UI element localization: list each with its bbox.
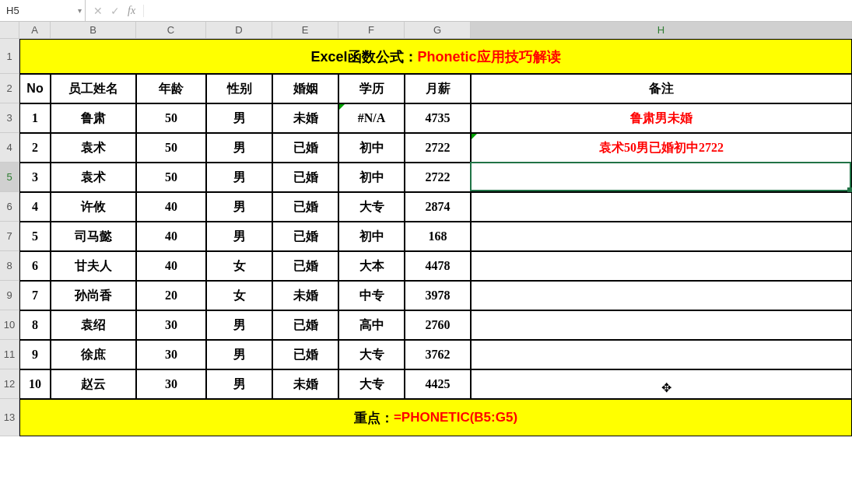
data-cell[interactable]: 初中 — [338, 222, 405, 251]
data-cell[interactable]: 已婚 — [272, 192, 338, 222]
row-header-6[interactable]: 6 — [0, 192, 19, 222]
data-cell[interactable]: 男 — [206, 369, 272, 399]
title-cell[interactable]: Excel函数公式：Phonetic应用技巧解读 — [19, 39, 852, 74]
data-cell[interactable]: 已婚 — [272, 340, 338, 369]
column-header-H[interactable]: H — [471, 22, 852, 38]
data-cell[interactable]: 男 — [206, 103, 272, 133]
data-cell[interactable]: 2874 — [405, 192, 471, 222]
data-cell[interactable]: 6 — [19, 251, 51, 281]
data-cell[interactable]: 4478 — [405, 251, 471, 281]
data-cell[interactable]: 袁绍 — [51, 310, 136, 340]
select-all-corner[interactable] — [0, 22, 19, 39]
footer-cell[interactable]: 重点：=PHONETIC(B5:G5) — [19, 399, 852, 436]
data-cell[interactable]: 鲁肃 — [51, 103, 136, 133]
data-cell[interactable]: 初中 — [338, 133, 405, 163]
row-header-8[interactable]: 8 — [0, 251, 19, 281]
data-cell[interactable]: 赵云 — [51, 369, 136, 399]
header-cell[interactable]: 性别 — [206, 74, 272, 103]
data-cell[interactable]: 司马懿 — [51, 222, 136, 251]
data-cell[interactable]: 4425 — [405, 369, 471, 399]
data-cell[interactable]: 徐庶 — [51, 340, 136, 369]
data-cell[interactable]: 鲁肃男未婚 — [471, 103, 852, 133]
name-box-dropdown-icon[interactable]: ▾ — [78, 6, 82, 15]
data-cell[interactable]: 4735 — [405, 103, 471, 133]
data-cell[interactable]: 30 — [136, 310, 206, 340]
data-cell[interactable]: 3762 — [405, 340, 471, 369]
data-cell[interactable]: 3978 — [405, 281, 471, 310]
data-cell[interactable]: 女 — [206, 281, 272, 310]
column-header-B[interactable]: B — [51, 22, 136, 38]
data-cell[interactable] — [471, 163, 852, 192]
data-cell[interactable] — [471, 310, 852, 340]
data-cell[interactable]: 已婚 — [272, 133, 338, 163]
data-cell[interactable]: 168 — [405, 222, 471, 251]
data-cell[interactable]: 10 — [19, 369, 51, 399]
row-header-1[interactable]: 1 — [0, 39, 19, 74]
row-header-2[interactable]: 2 — [0, 74, 19, 103]
data-cell[interactable]: 2722 — [405, 133, 471, 163]
data-cell[interactable]: 高中 — [338, 310, 405, 340]
row-header-9[interactable]: 9 — [0, 281, 19, 310]
data-cell[interactable]: 袁术 — [51, 133, 136, 163]
data-cell[interactable]: 未婚 — [272, 369, 338, 399]
data-cell[interactable]: 已婚 — [272, 163, 338, 192]
data-cell[interactable]: 已婚 — [272, 310, 338, 340]
data-cell[interactable] — [471, 251, 852, 281]
data-cell[interactable]: 男 — [206, 192, 272, 222]
data-cell[interactable]: 2760 — [405, 310, 471, 340]
row-header-13[interactable]: 13 — [0, 399, 19, 436]
data-cell[interactable]: 男 — [206, 163, 272, 192]
data-cell[interactable] — [471, 222, 852, 251]
data-cell[interactable]: 40 — [136, 251, 206, 281]
row-header-10[interactable]: 10 — [0, 310, 19, 340]
data-cell[interactable]: 50 — [136, 103, 206, 133]
formula-input[interactable] — [144, 0, 852, 21]
data-cell[interactable]: 初中 — [338, 163, 405, 192]
data-cell[interactable]: 2722 — [405, 163, 471, 192]
data-cell[interactable]: 男 — [206, 222, 272, 251]
header-cell[interactable]: 婚姻 — [272, 74, 338, 103]
data-cell[interactable]: 40 — [136, 222, 206, 251]
data-cell[interactable] — [471, 281, 852, 310]
column-header-A[interactable]: A — [19, 22, 51, 38]
column-header-C[interactable]: C — [136, 22, 206, 38]
data-cell[interactable]: 3 — [19, 163, 51, 192]
data-cell[interactable]: 已婚 — [272, 251, 338, 281]
fx-icon[interactable]: fx — [128, 5, 135, 17]
cells-area[interactable]: Excel函数公式：Phonetic应用技巧解读No员工姓名年龄性别婚姻学历月薪… — [19, 39, 852, 436]
data-cell[interactable]: 5 — [19, 222, 51, 251]
data-cell[interactable]: 50 — [136, 163, 206, 192]
header-cell[interactable]: 员工姓名 — [51, 74, 136, 103]
data-cell[interactable]: 袁术 — [51, 163, 136, 192]
data-cell[interactable]: 50 — [136, 133, 206, 163]
data-cell[interactable]: 2 — [19, 133, 51, 163]
data-cell[interactable]: 30 — [136, 369, 206, 399]
data-cell[interactable]: 40 — [136, 192, 206, 222]
row-header-7[interactable]: 7 — [0, 222, 19, 251]
header-cell[interactable]: No — [19, 74, 51, 103]
data-cell[interactable]: 大专 — [338, 192, 405, 222]
data-cell[interactable]: 大专 — [338, 340, 405, 369]
data-cell[interactable]: 男 — [206, 340, 272, 369]
data-cell[interactable]: 袁术50男已婚初中2722 — [471, 133, 852, 163]
data-cell[interactable]: 孙尚香 — [51, 281, 136, 310]
data-cell[interactable]: 9 — [19, 340, 51, 369]
cancel-icon[interactable]: ✕ — [93, 5, 103, 17]
data-cell[interactable]: 大本 — [338, 251, 405, 281]
row-header-12[interactable]: 12 — [0, 369, 19, 399]
data-cell[interactable]: #N/A — [338, 103, 405, 133]
header-cell[interactable]: 年龄 — [136, 74, 206, 103]
name-box[interactable]: H5 ▾ — [0, 0, 86, 21]
data-cell[interactable]: 8 — [19, 310, 51, 340]
data-cell[interactable]: 7 — [19, 281, 51, 310]
row-header-4[interactable]: 4 — [0, 133, 19, 163]
data-cell[interactable]: 4 — [19, 192, 51, 222]
row-header-5[interactable]: 5 — [0, 163, 19, 192]
data-cell[interactable]: 未婚 — [272, 281, 338, 310]
data-cell[interactable]: 20 — [136, 281, 206, 310]
data-cell[interactable]: 1 — [19, 103, 51, 133]
data-cell[interactable] — [471, 340, 852, 369]
column-header-G[interactable]: G — [405, 22, 471, 38]
data-cell[interactable]: 甘夫人 — [51, 251, 136, 281]
data-cell[interactable]: 未婚 — [272, 103, 338, 133]
